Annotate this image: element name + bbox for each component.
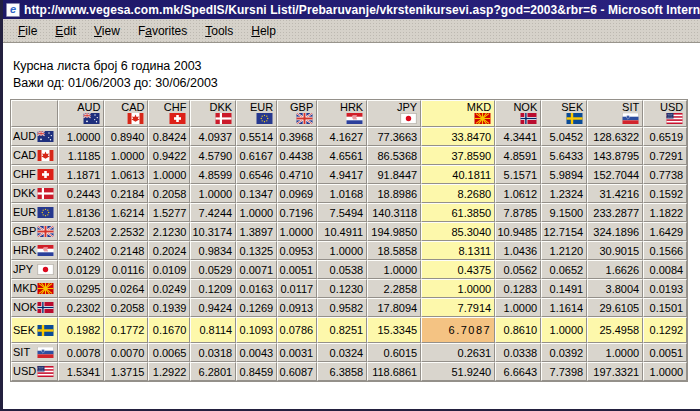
col-header-chf[interactable]: CHF: [148, 100, 190, 127]
rate-cell: 1.0000: [104, 146, 148, 165]
rate-cell: 4.0937: [190, 127, 236, 146]
rate-cell: 1.0000: [643, 362, 687, 381]
row-header-hrk[interactable]: HRK: [11, 241, 58, 260]
rate-cell: 0.0652: [541, 260, 587, 279]
table-row: SEK0.19820.17720.16700.81140.10930.07860…: [11, 317, 687, 343]
rate-cell: 0.1592: [643, 184, 687, 203]
flag-sek-icon: [37, 325, 54, 336]
rate-cell: 0.1939: [148, 298, 190, 317]
row-header-chf[interactable]: CHF: [11, 165, 58, 184]
flag-aud-icon: [37, 131, 54, 142]
rate-cell: 1.0000: [58, 127, 104, 146]
row-header-nok[interactable]: NOK: [11, 298, 58, 317]
rate-cell: 31.4216: [587, 184, 643, 203]
menu-item-favorites[interactable]: Favorites: [129, 22, 196, 40]
rate-cell: 0.1982: [58, 317, 104, 343]
rate-cell: 0.0913: [277, 298, 317, 317]
col-header-cad[interactable]: CAD: [104, 100, 148, 127]
rate-cell: 1.6214: [104, 203, 148, 222]
flag-nok-icon: [520, 113, 537, 124]
col-header-usd[interactable]: USD: [643, 100, 687, 127]
flag-eur-icon: [37, 207, 54, 218]
rate-cell: 1.0000: [148, 165, 190, 184]
rate-cell: 2.5203: [58, 222, 104, 241]
col-header-nok[interactable]: NOK: [495, 100, 541, 127]
col-header-dkk[interactable]: DKK: [190, 100, 236, 127]
rate-cell: 0.6167: [236, 146, 277, 165]
rate-cell: 0.0529: [190, 260, 236, 279]
table-row: CAD1.11851.00000.94224.57900.61670.44384…: [11, 146, 687, 165]
rate-cell: 0.7291: [643, 146, 687, 165]
rate-cell: 0.2631: [421, 343, 495, 362]
rate-cell: 18.8986: [367, 184, 421, 203]
row-header-sit[interactable]: SIT: [11, 343, 58, 362]
rate-cell: 33.8470: [421, 127, 495, 146]
row-header-sek[interactable]: SEK: [11, 317, 58, 343]
cross-rates-table: AUDCADCHFDKKEURGBPHRKJPYMKDNOKSEKSITUSD …: [10, 99, 688, 382]
rate-cell: 0.0078: [58, 343, 104, 362]
flag-usd-icon: [37, 366, 54, 377]
rate-cell: 4.6561: [317, 146, 367, 165]
rate-cell: 0.2184: [104, 184, 148, 203]
col-header-mkd[interactable]: MKD: [421, 100, 495, 127]
menu-item-view[interactable]: View: [85, 22, 129, 40]
rate-cell: 0.9582: [317, 298, 367, 317]
rate-cell: 0.4438: [277, 146, 317, 165]
rate-cell: 1.0000: [317, 241, 367, 260]
menu-item-file[interactable]: File: [9, 22, 46, 40]
rate-cell: 0.0318: [190, 343, 236, 362]
rate-cell: 7.7914: [421, 298, 495, 317]
col-header-sit[interactable]: SIT: [587, 100, 643, 127]
rate-cell: 0.5514: [236, 127, 277, 146]
row-header-mkd[interactable]: MKD: [11, 279, 58, 298]
menu-item-tools[interactable]: Tools: [196, 22, 242, 40]
col-header-gbp[interactable]: GBP: [277, 100, 317, 127]
rate-cell: 140.3118: [367, 203, 421, 222]
rate-cell: 0.1501: [643, 298, 687, 317]
rate-cell: 10.3174: [190, 222, 236, 241]
rate-cell: 0.1491: [541, 279, 587, 298]
rate-cell: 85.3040: [421, 222, 495, 241]
col-header-hrk[interactable]: HRK: [317, 100, 367, 127]
rate-cell: 324.1896: [587, 222, 643, 241]
rate-cell: 0.1292: [643, 317, 687, 343]
rate-cell: 1.0000: [495, 298, 541, 317]
rate-cell: 1.0000: [236, 203, 277, 222]
rate-cell: 4.8591: [495, 146, 541, 165]
row-header-usd[interactable]: USD: [11, 362, 58, 381]
rate-cell: 2.2532: [104, 222, 148, 241]
rate-cell: 0.6519: [643, 127, 687, 146]
rate-cell: 1.2120: [541, 241, 587, 260]
col-header-sek[interactable]: SEK: [541, 100, 587, 127]
rate-cell: 1.0000: [587, 343, 643, 362]
rate-cell: 1.1614: [541, 298, 587, 317]
menu-item-edit[interactable]: Edit: [46, 22, 85, 40]
rate-cell: 7.7398: [541, 362, 587, 381]
table-row: NOK0.23020.20580.19390.94240.12690.09130…: [11, 298, 687, 317]
col-header-eur[interactable]: EUR: [236, 100, 277, 127]
row-header-jpy[interactable]: JPY: [11, 260, 58, 279]
row-header-aud[interactable]: AUD: [11, 127, 58, 146]
rate-cell: 0.9424: [190, 298, 236, 317]
table-row: MKD0.02950.02640.02490.12090.01630.01170…: [11, 279, 687, 298]
row-header-cad[interactable]: CAD: [11, 146, 58, 165]
col-header-jpy[interactable]: JPY: [367, 100, 421, 127]
rate-cell: 29.6105: [587, 298, 643, 317]
flag-chf-icon: [37, 169, 54, 180]
row-header-gbp[interactable]: GBP: [11, 222, 58, 241]
table-row: CHF1.18711.06131.00004.85990.65460.47104…: [11, 165, 687, 184]
rate-cell: 1.3715: [104, 362, 148, 381]
rate-cell: 0.8424: [148, 127, 190, 146]
rate-cell: 51.9240: [421, 362, 495, 381]
menu-item-help[interactable]: Help: [242, 22, 285, 40]
col-header-aud[interactable]: AUD: [58, 100, 104, 127]
rate-cell: 0.0392: [541, 343, 587, 362]
row-header-dkk[interactable]: DKK: [11, 184, 58, 203]
rate-cell: 197.3321: [587, 362, 643, 381]
row-header-eur[interactable]: EUR: [11, 203, 58, 222]
rate-cell: 0.0562: [495, 260, 541, 279]
table-row: JPY0.01290.01160.01090.05290.00710.00510…: [11, 260, 687, 279]
rate-cell: 0.6087: [277, 362, 317, 381]
table-row: EUR1.81361.62141.52777.42441.00000.71967…: [11, 203, 687, 222]
rate-cell: 194.9850: [367, 222, 421, 241]
